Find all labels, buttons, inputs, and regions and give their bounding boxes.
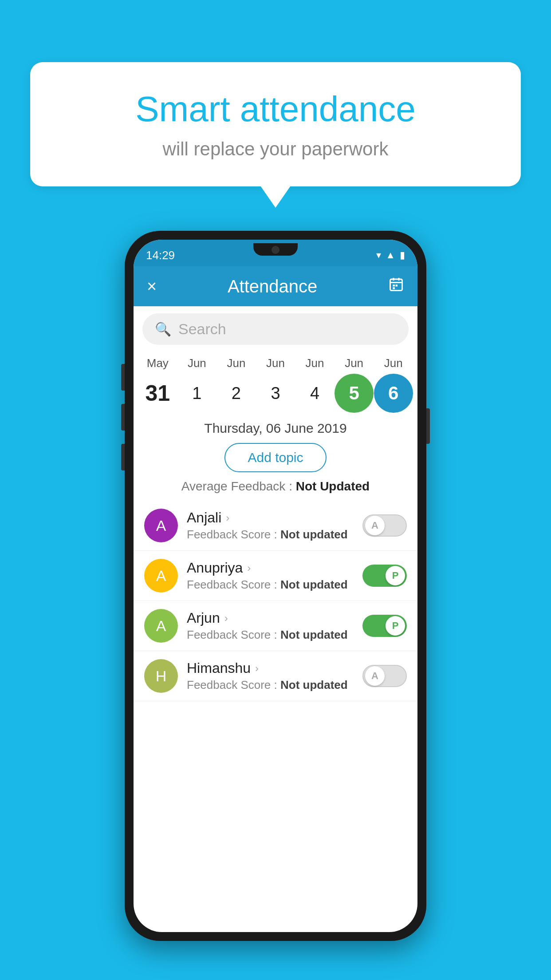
avg-feedback-value: Not Updated [296,479,370,493]
calendar-months: May Jun Jun Jun Jun Jun Jun [134,352,417,370]
speech-bubble: Smart attendance will replace your paper… [30,62,521,186]
student-info-arjun: Arjun › Feedback Score : Not updated [187,610,354,642]
svg-rect-5 [396,285,398,287]
toggle-knob-arjun: P [386,616,405,636]
status-icons: ▾ ▲ ▮ [376,249,405,261]
calendar-icon[interactable] [388,277,404,296]
phone-container: 14:29 ▾ ▲ ▮ × Attendance [125,231,426,941]
app-bar: × Attendance [134,266,417,306]
student-feedback-himanshu: Feedback Score : Not updated [187,678,354,692]
student-name-anupriya: Anupriya › [187,560,354,576]
student-feedback-anjali: Feedback Score : Not updated [187,528,354,541]
search-bar[interactable]: 🔍 Search [142,313,409,345]
cal-month-0: May [138,356,177,370]
search-icon: 🔍 [155,321,171,337]
chevron-right-icon: › [247,562,251,574]
phone-side-button-right [426,408,430,444]
student-name-himanshu: Himanshu › [187,660,354,676]
student-feedback-anupriya: Feedback Score : Not updated [187,578,354,592]
toggle-knob-himanshu: A [365,666,385,686]
student-list: A Anjali › Feedback Score : Not updated [134,501,417,701]
cal-date-0[interactable]: 31 [138,380,177,406]
phone-camera [272,246,279,254]
toggle-knob-anupriya: P [386,566,405,585]
speech-bubble-container: Smart attendance will replace your paper… [30,62,521,186]
attendance-toggle-himanshu[interactable]: A [362,665,407,687]
add-topic-button[interactable]: Add topic [224,443,326,472]
cal-month-4: Jun [295,356,335,370]
calendar-dates: 31 1 2 3 4 5 6 [134,370,417,416]
phone-side-button-left-3 [121,444,125,470]
student-name-arjun: Arjun › [187,610,354,626]
cal-month-1: Jun [177,356,216,370]
average-feedback: Average Feedback : Not Updated [134,479,417,494]
speech-bubble-subtitle: will replace your paperwork [52,138,499,160]
attendance-toggle-arjun[interactable]: P [362,615,407,637]
toggle-knob-anjali: A [365,516,385,535]
student-name-anjali: Anjali › [187,510,354,526]
svg-rect-4 [393,285,395,287]
search-input[interactable]: Search [178,320,226,338]
close-button[interactable]: × [147,277,157,296]
cal-date-5[interactable]: 5 [335,374,374,413]
date-display: Thursday, 06 June 2019 [134,421,417,436]
cal-date-3[interactable]: 3 [256,384,295,403]
student-info-anupriya: Anupriya › Feedback Score : Not updated [187,560,354,592]
speech-bubble-title: Smart attendance [52,89,499,130]
wifi-icon: ▾ [376,249,381,261]
app-bar-title: Attendance [228,277,317,296]
avatar-himanshu: H [144,659,178,693]
chevron-right-icon: › [226,512,229,524]
student-info-himanshu: Himanshu › Feedback Score : Not updated [187,660,354,692]
battery-icon: ▮ [400,249,405,261]
avatar-anupriya: A [144,559,178,593]
student-row-anjali[interactable]: A Anjali › Feedback Score : Not updated [134,501,417,551]
cal-month-2: Jun [216,356,256,370]
cal-month-6: Jun [374,356,413,370]
cal-date-6[interactable]: 6 [374,374,413,413]
attendance-toggle-anjali[interactable]: A [362,514,407,537]
student-row-himanshu[interactable]: H Himanshu › Feedback Score : Not update… [134,651,417,701]
cal-date-4[interactable]: 4 [295,384,335,403]
avg-feedback-label: Average Feedback : [181,479,296,493]
phone-screen: 14:29 ▾ ▲ ▮ × Attendance [134,240,417,932]
cal-month-3: Jun [256,356,295,370]
cal-month-5: Jun [335,356,374,370]
student-feedback-arjun: Feedback Score : Not updated [187,628,354,642]
attendance-toggle-anupriya[interactable]: P [362,565,407,587]
phone-side-button-left-2 [121,404,125,431]
signal-icon: ▲ [386,249,395,261]
student-row-anupriya[interactable]: A Anupriya › Feedback Score : Not update… [134,551,417,601]
chevron-right-icon: › [224,612,228,624]
status-time: 14:29 [146,249,175,262]
cal-date-2[interactable]: 2 [216,384,256,403]
phone-frame: 14:29 ▾ ▲ ▮ × Attendance [125,231,426,941]
phone-side-button-left-1 [121,364,125,391]
avatar-anjali: A [144,509,178,542]
chevron-right-icon: › [255,662,259,675]
avatar-arjun: A [144,609,178,643]
cal-date-1[interactable]: 1 [177,384,216,403]
student-info-anjali: Anjali › Feedback Score : Not updated [187,510,354,541]
student-row-arjun[interactable]: A Arjun › Feedback Score : Not updated [134,601,417,651]
svg-rect-6 [393,287,395,289]
